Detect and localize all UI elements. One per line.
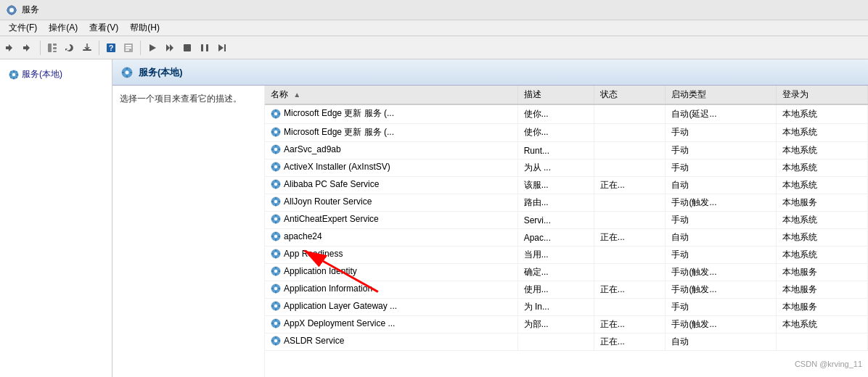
svg-rect-100 bbox=[279, 270, 281, 272]
cell-starttype: 手动 bbox=[666, 299, 777, 316]
sidebar: 服务(本地) bbox=[0, 59, 112, 377]
col-header-starttype[interactable]: 启动类型 bbox=[666, 86, 777, 104]
svg-rect-93 bbox=[271, 253, 274, 254]
table-row[interactable]: ASLDR Service 正在...自动 bbox=[265, 334, 868, 351]
svg-rect-45 bbox=[271, 113, 274, 115]
svg-rect-123 bbox=[271, 340, 274, 341]
svg-rect-52 bbox=[279, 131, 281, 133]
svg-rect-87 bbox=[271, 236, 274, 237]
svg-point-36 bbox=[126, 70, 129, 74]
svg-rect-43 bbox=[275, 109, 277, 111]
table-row[interactable]: Application Layer Gateway ... 为 In...手动本… bbox=[265, 299, 868, 316]
sidebar-item-local-services[interactable]: 服务(本地) bbox=[6, 65, 106, 83]
content-header-text: 服务(本地) bbox=[139, 66, 183, 79]
table-row[interactable]: Application Identity 确定...手动(触发...本地服务 bbox=[265, 264, 868, 281]
svg-point-108 bbox=[274, 304, 277, 307]
cell-desc: 使你... bbox=[517, 123, 594, 142]
col-header-desc[interactable]: 描述 bbox=[517, 86, 594, 104]
svg-rect-104 bbox=[275, 291, 277, 294]
table-row[interactable]: AllJoyn Router Service 路由...手动(触发...本地服务 bbox=[265, 194, 868, 212]
table-header-row: 名称 ▲ 描述 状态 启动类型 登录为 bbox=[265, 86, 868, 104]
svg-rect-51 bbox=[271, 131, 274, 133]
svg-rect-94 bbox=[279, 253, 281, 254]
cell-name: ASLDR Service bbox=[265, 334, 517, 351]
svg-rect-44 bbox=[275, 116, 277, 118]
cell-starttype: 手动 bbox=[666, 246, 777, 264]
svg-point-54 bbox=[274, 148, 277, 151]
table-row[interactable]: App Readiness 当用...手动本地系统 bbox=[265, 246, 868, 264]
table-row[interactable]: Microsoft Edge 更新 服务 (... 使你...自动(延迟...本… bbox=[265, 104, 868, 123]
cell-status bbox=[594, 123, 666, 142]
cell-logon: 本地系统 bbox=[777, 160, 868, 177]
step-button[interactable] bbox=[214, 40, 230, 56]
svg-point-90 bbox=[274, 252, 277, 255]
stop-button[interactable] bbox=[179, 40, 195, 56]
svg-rect-73 bbox=[275, 197, 277, 199]
pause-button[interactable] bbox=[197, 40, 213, 56]
svg-rect-46 bbox=[279, 113, 281, 115]
cell-name: Application Information bbox=[265, 281, 517, 299]
title-bar-icon bbox=[6, 4, 17, 16]
cell-name: AllJoyn Router Service bbox=[265, 194, 517, 212]
svg-rect-98 bbox=[275, 274, 277, 276]
svg-rect-118 bbox=[279, 323, 281, 324]
cell-name: Application Layer Gateway ... bbox=[265, 299, 517, 316]
svg-rect-63 bbox=[271, 166, 274, 167]
table-area[interactable]: 名称 ▲ 描述 状态 启动类型 登录为 bbox=[265, 86, 868, 351]
col-header-name[interactable]: 名称 ▲ bbox=[265, 86, 517, 104]
svg-rect-105 bbox=[271, 288, 274, 289]
cell-status bbox=[594, 160, 666, 177]
svg-rect-16 bbox=[126, 49, 129, 51]
play-button[interactable] bbox=[144, 40, 160, 56]
svg-rect-20 bbox=[184, 44, 191, 51]
properties-button[interactable] bbox=[120, 40, 136, 56]
help-button[interactable]: ? bbox=[103, 40, 119, 56]
cell-starttype: 手动 bbox=[666, 142, 777, 160]
menu-help[interactable]: 帮助(H) bbox=[124, 20, 165, 36]
svg-rect-49 bbox=[275, 128, 277, 130]
col-header-logon[interactable]: 登录为 bbox=[777, 86, 868, 104]
col-header-status[interactable]: 状态 bbox=[594, 86, 666, 104]
table-row[interactable]: apache24 Apac...正在...自动本地系统 bbox=[265, 229, 868, 246]
table-row[interactable]: Microsoft Edge 更新 服务 (... 使你...手动本地系统 bbox=[265, 123, 868, 142]
svg-point-72 bbox=[274, 200, 277, 203]
svg-rect-80 bbox=[275, 222, 277, 224]
cell-starttype: 手动 bbox=[666, 212, 777, 229]
svg-point-26 bbox=[12, 72, 15, 75]
cell-name: ActiveX Installer (AxInstSV) bbox=[265, 160, 517, 177]
table-row[interactable]: AntiCheatExpert Service Servi...手动本地系统 bbox=[265, 212, 868, 229]
forward-button[interactable] bbox=[20, 40, 36, 56]
menu-view[interactable]: 查看(V) bbox=[83, 20, 124, 36]
svg-point-66 bbox=[274, 183, 277, 186]
table-row[interactable]: Alibaba PC Safe Service 该服...正在...自动本地系统 bbox=[265, 177, 868, 194]
cell-status bbox=[594, 299, 666, 316]
cell-starttype: 手动(触发... bbox=[666, 316, 777, 334]
table-row[interactable]: ActiveX Installer (AxInstSV) 为从 ...手动本地系… bbox=[265, 160, 868, 177]
svg-marker-18 bbox=[166, 44, 170, 51]
menu-file[interactable]: 文件(F) bbox=[3, 20, 43, 36]
cell-status: 正在... bbox=[594, 316, 666, 334]
cell-desc: 使用... bbox=[517, 281, 594, 299]
cell-logon: 本地服务 bbox=[777, 281, 868, 299]
cell-name: AppX Deployment Service ... bbox=[265, 316, 517, 334]
cell-name: AarSvc_ad9ab bbox=[265, 142, 517, 160]
export-button[interactable] bbox=[79, 40, 95, 56]
svg-point-42 bbox=[274, 112, 277, 115]
content-area: 服务(本地) 选择一个项目来查看它的描述。 名称 ▲ bbox=[112, 59, 868, 377]
table-row[interactable]: Application Information 使用...正在...手动(触发.… bbox=[265, 281, 868, 299]
svg-point-1 bbox=[9, 8, 14, 12]
table-row[interactable]: AarSvc_ad9ab Runt...手动本地系统 bbox=[265, 142, 868, 160]
svg-rect-69 bbox=[271, 183, 274, 185]
svg-rect-28 bbox=[13, 77, 15, 79]
show-hide-tree-button[interactable] bbox=[44, 40, 60, 56]
svg-rect-30 bbox=[17, 74, 19, 75]
cell-logon: 本地系统 bbox=[777, 246, 868, 264]
back-button[interactable] bbox=[3, 40, 19, 56]
svg-rect-2 bbox=[11, 5, 12, 7]
svg-rect-99 bbox=[271, 270, 274, 272]
table-row[interactable]: AppX Deployment Service ... 为部...正在...手动… bbox=[265, 316, 868, 334]
menu-action[interactable]: 操作(A) bbox=[43, 20, 83, 36]
refresh-button[interactable] bbox=[62, 40, 78, 56]
play-alt-button[interactable] bbox=[162, 40, 178, 56]
cell-logon: 本地系统 bbox=[777, 123, 868, 142]
